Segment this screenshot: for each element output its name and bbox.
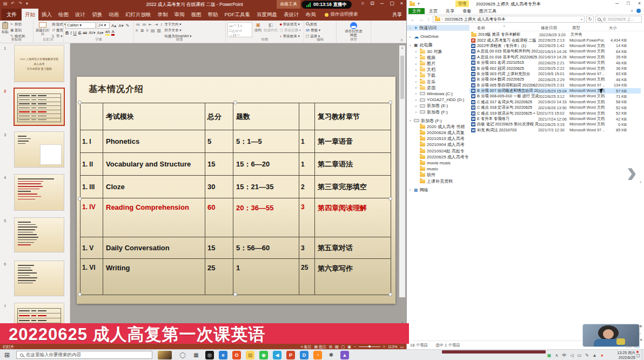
taskbar-app-dingtalk[interactable]: D — [300, 351, 308, 359]
column-header-2[interactable]: 修改日期 — [541, 25, 557, 31]
cut-button[interactable]: ✂剪切 — [10, 22, 25, 27]
ppt-tab-14[interactable]: 百度网盘 — [253, 9, 280, 21]
slide-scrollbar[interactable]: ▴ — [399, 45, 405, 297]
sidebar-item-18[interactable]: 20210515 成人高考 — [407, 136, 469, 142]
shape-fill-button[interactable]: ■ 形状填充 ▾ — [280, 22, 301, 27]
sidebar-item-17[interactable]: 20200628 成人高复 — [407, 130, 469, 136]
maximize-button[interactable]: □ — [627, 1, 629, 6]
tray-display-icon[interactable]: ▭ — [577, 353, 582, 358]
table-handle[interactable] — [78, 197, 82, 201]
audio-icon[interactable]: ♪ — [639, 331, 643, 335]
case-button[interactable]: Aa▾ — [97, 31, 103, 35]
font-size-combo[interactable]: 24 ▾ — [97, 22, 110, 29]
explorer-menu-3[interactable]: 共享 — [442, 8, 458, 14]
sidebar-item-7[interactable]: ▸文档 — [407, 66, 469, 72]
ppt-tab-15[interactable]: 表设计 — [280, 9, 303, 21]
table-handle[interactable] — [388, 197, 392, 201]
file-row[interactable]: W补充 构词法 202107032021/7/3 12:30Microsoft … — [469, 128, 641, 133]
sidebar-item-14[interactable]: ▸新加卷 (F:) — [407, 109, 469, 115]
slide-table[interactable]: 考试模块总分题数复习教材章节1. IPhonetics55：1—51第一章语音1… — [80, 103, 391, 295]
explorer-menu-1[interactable]: 文件 — [408, 8, 425, 14]
file-row[interactable]: WE 专升本 专项练习2021/7/24 12:06Microsoft Word… — [469, 116, 641, 122]
ppt-tab-1[interactable]: 文件 — [2, 9, 22, 21]
sidebar-item-24[interactable]: 软件 — [407, 172, 469, 178]
ppt-tab-2[interactable]: 开始 — [22, 9, 38, 21]
sidebar-item-21[interactable]: 20220625 成人高考专升本 — [407, 154, 469, 160]
share-button[interactable]: 共享 — [392, 9, 402, 21]
user-icon[interactable]: ○ — [361, 1, 364, 6]
clear-format-icon[interactable]: ✎ — [125, 23, 130, 28]
file-row[interactable]: WB 分项 007 动词概述和情态动词 202206252021/5/29 15… — [469, 88, 641, 94]
shapes-gallery[interactable]: ▭◠∖○□△◇⇨☆{}◠ — [227, 22, 252, 37]
news-widget-icon[interactable] — [158, 351, 172, 359]
arrange-button[interactable]: ▣排列 — [254, 22, 261, 37]
back-icon[interactable]: ← — [409, 17, 416, 22]
close-button[interactable]: × — [400, 1, 403, 6]
zoom-level[interactable]: 113% — [388, 345, 397, 349]
forward-icon[interactable]: → — [418, 17, 425, 22]
ppt-tab-4[interactable]: 绘图 — [55, 9, 72, 21]
ppt-tab-13[interactable]: PDF工具集 — [222, 9, 254, 21]
taskbar-app-powerpoint[interactable]: P — [286, 351, 295, 359]
highlight-color-button[interactable]: ab — [105, 30, 110, 36]
slide-title[interactable]: 基本情况介绍 — [89, 84, 144, 95]
sidebar-item-9[interactable]: ▸音乐 — [407, 79, 469, 85]
zoom-out-icon[interactable]: − — [354, 345, 356, 349]
taskbar-app-telegram[interactable]: ◀ — [273, 351, 281, 359]
column-header-4[interactable]: 大小 — [609, 25, 617, 31]
chevron-down-icon[interactable]: ▾ — [581, 17, 582, 21]
taskbar-app-office[interactable]: O — [232, 351, 241, 359]
zoom-slider[interactable] — [359, 346, 380, 347]
ribbon-options-icon[interactable]: ⊡ — [370, 1, 374, 6]
sidebar-item-20[interactable]: 20210924起 高起专 — [407, 148, 469, 154]
ppt-tab-12[interactable]: 帮助 — [205, 9, 222, 21]
ppt-window-controls[interactable]: ○⊡─▢× — [361, 1, 403, 6]
view-normal-icon[interactable]: ⊞ — [329, 345, 332, 349]
table-handle[interactable] — [388, 101, 392, 104]
ppt-tab-16[interactable]: 布局 — [303, 9, 319, 21]
align-right-icon[interactable]: ≡ — [146, 28, 149, 33]
table-handle[interactable] — [233, 292, 237, 296]
column-header-3[interactable]: 类型 — [572, 25, 580, 31]
file-row[interactable]: WB 分项 005 形容词和副词 202206252022/6/25 2:31M… — [469, 83, 641, 88]
replace-button[interactable]: ab 替换 ▾ — [306, 28, 334, 33]
spacing-button[interactable]: AV▾ — [89, 31, 95, 35]
file-row[interactable]: WA 总说 00 015 简单句和并列句 202206252021/6/19 1… — [469, 49, 641, 54]
maximize-button[interactable]: ▢ — [390, 1, 394, 6]
sidebar-item-15[interactable]: ▾新加卷 (F:) — [407, 118, 469, 124]
sidebar-item-13[interactable]: ▸新加卷 (E:) — [407, 103, 469, 109]
manage-contextual-tab[interactable]: 管理 — [455, 1, 469, 7]
taskbar-app-wechat[interactable]: ◉ — [259, 351, 268, 359]
next-page-chevron-icon[interactable]: › — [627, 156, 637, 188]
bold-button[interactable]: B — [65, 30, 69, 36]
minimize-button[interactable]: ─ — [380, 1, 384, 6]
explorer-menu-4[interactable]: 查看 — [459, 8, 475, 14]
sidebar-item-23[interactable]: music — [407, 166, 469, 172]
shape-outline-button[interactable]: ▢ 形状轮廓 ▾ — [280, 28, 301, 33]
file-row[interactable]: WB 分项 004 数词 202206252022/6/25 2:29Micro… — [469, 77, 641, 82]
help-icon[interactable] — [636, 9, 641, 13]
close-button[interactable]: × — [638, 1, 641, 6]
taskbar-app-media[interactable]: ▲ — [340, 351, 349, 359]
ppt-tab-6[interactable]: 切换 — [89, 9, 105, 21]
fit-window-icon[interactable]: ▭ — [400, 345, 404, 349]
find-button[interactable]: 查找 — [306, 22, 334, 27]
save-to-netdisk-button[interactable]: 保存到百度网盘 — [345, 29, 363, 37]
sidebar-item-12[interactable]: ▸YOGA27_HDD (D:) — [407, 97, 469, 103]
webcam-controls[interactable]: ✚♪▼ — [639, 324, 643, 342]
ppt-tab-3[interactable]: 插入 — [38, 9, 55, 21]
tray-pen-icon[interactable]: ✎ — [585, 353, 589, 358]
sidebar-item-5[interactable]: ▸视频 — [407, 55, 469, 61]
taskbar-app-cortana[interactable]: ◯ — [178, 351, 187, 359]
italic-button[interactable]: I — [70, 30, 71, 36]
sidebar-item-4[interactable]: ▸3D 对象 — [407, 49, 469, 55]
slide[interactable]: 基本情况介绍 考试模块总分题数复习教材章节1. IPhonetics55：1—5… — [77, 77, 395, 304]
file-row[interactable]: W白板 笔记 20220625 第01次课程 开始2022/6/25 3:15M… — [469, 122, 641, 127]
explorer-menu-2[interactable]: 主页 — [425, 8, 441, 14]
explorer-menu-5[interactable]: 图片工具 — [475, 8, 500, 14]
indent-icon[interactable]: ⇥ — [155, 22, 158, 27]
notes-button[interactable]: ≡ 备注 — [300, 344, 311, 350]
column-header-1[interactable]: 名称 — [477, 25, 485, 31]
action-center-icon[interactable]: ◻ — [636, 353, 640, 358]
table-handle[interactable] — [388, 292, 392, 296]
